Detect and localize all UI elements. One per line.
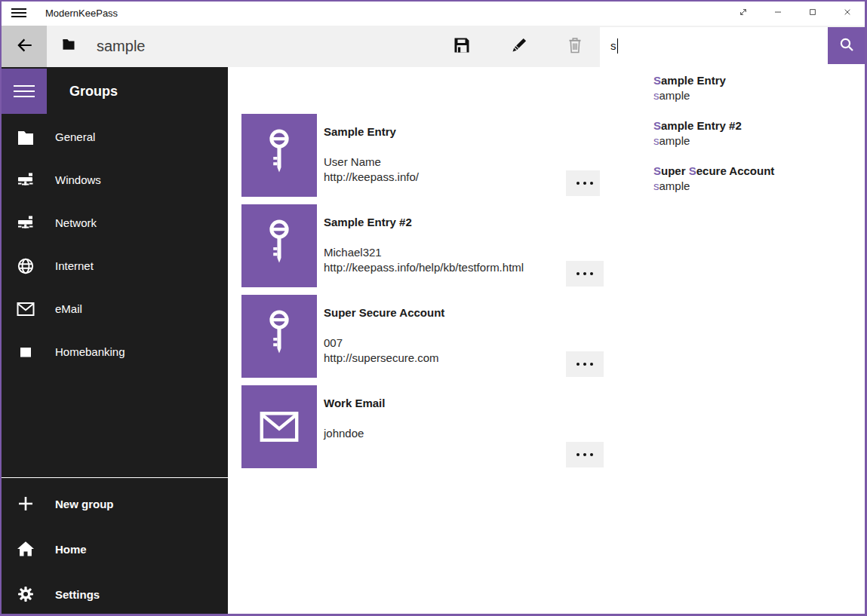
save-button[interactable] [450, 35, 473, 58]
sidebar-group-general[interactable]: General [2, 115, 228, 158]
suggestion-subtitle: sample [653, 88, 865, 103]
fullscreen-button[interactable] [726, 2, 761, 26]
globe-icon [15, 256, 36, 277]
save-icon [453, 36, 471, 57]
appbar: sample s [2, 26, 865, 67]
sidebar-item-label: Internet [55, 259, 94, 272]
gear-icon [15, 584, 36, 605]
window-controls [726, 2, 865, 26]
sidebar-action-settings[interactable]: Settings [2, 572, 228, 616]
sidebar-group-homebanking[interactable]: Homebanking [2, 330, 228, 373]
titlebar-hamburger-icon[interactable] [11, 8, 26, 19]
entry-details: User Namehttp://keepass.info/ [324, 155, 419, 185]
home-icon [15, 538, 36, 559]
sidebar-item-label: Network [55, 216, 97, 229]
sidebar: Groups General Windows Network Internet … [2, 67, 228, 614]
close-icon [841, 6, 853, 21]
ellipsis-icon [576, 453, 580, 456]
delete-button[interactable] [564, 35, 586, 58]
ellipsis-icon [576, 363, 580, 366]
entry-more-button[interactable] [566, 351, 604, 377]
sidebar-action-new-group[interactable]: New group [2, 481, 228, 526]
entry-title: Sample Entry #2 [324, 216, 412, 228]
sidebar-group-network[interactable]: Network [2, 201, 228, 244]
minimize-icon [772, 6, 784, 21]
window-title: ModernKeePass [45, 8, 118, 19]
sidebar-group-windows[interactable]: Windows [2, 158, 228, 201]
entry-title: Work Email [324, 397, 385, 409]
entry-tile [241, 114, 317, 197]
entry-details: Michael321http://keepass.info/help/kb/te… [324, 245, 524, 275]
entry-tile [241, 204, 317, 287]
entry-more-button[interactable] [566, 442, 604, 467]
search-suggestion[interactable]: Super Secure Account sample [600, 164, 865, 209]
search-icon [838, 35, 856, 57]
trash-icon [566, 36, 584, 57]
close-button[interactable] [830, 2, 865, 26]
sidebar-item-label: Windows [55, 173, 101, 186]
entry-title: Super Secure Account [324, 306, 444, 319]
pencil-icon [510, 36, 528, 57]
maximize-button[interactable] [795, 2, 830, 26]
sidebar-item-label: Home [55, 543, 87, 556]
edit-button[interactable] [508, 35, 530, 58]
entry-more-button[interactable] [566, 261, 604, 287]
plus-icon [15, 493, 36, 514]
ellipsis-icon [576, 272, 580, 275]
sidebar-item-label: New group [55, 498, 114, 510]
entry-tile [241, 385, 317, 468]
fullscreen-icon [737, 6, 749, 21]
ellipsis-icon [576, 182, 580, 185]
groups-header: Groups [69, 69, 118, 114]
nav-hamburger-button[interactable] [2, 69, 47, 114]
entry-title: Sample Entry [324, 125, 396, 138]
sidebar-group-internet[interactable]: Internet [2, 244, 228, 287]
computer-icon [15, 213, 36, 234]
sidebar-item-label: Homebanking [55, 345, 125, 358]
sidebar-action-home[interactable]: Home [2, 526, 228, 572]
search-suggestions-dropdown: Sample Entry sample Sample Entry #2 samp… [600, 64, 865, 224]
suggestion-title: Sample Entry #2 [653, 118, 865, 133]
sidebar-item-label: eMail [55, 302, 82, 315]
sidebar-item-label: Settings [55, 588, 100, 601]
suggestion-title: Sample Entry [653, 73, 865, 88]
app-window: ModernKeePass [0, 0, 867, 616]
suggestion-subtitle: sample [653, 179, 865, 194]
entry-row[interactable]: Super Secure Account 007http://supersecu… [241, 295, 834, 378]
folder-icon [15, 127, 36, 148]
sidebar-actions: New group Home Settings [2, 481, 228, 616]
database-icon [62, 38, 75, 50]
entry-more-button[interactable] [566, 170, 604, 196]
back-arrow-icon [14, 35, 34, 58]
entry-details: johndoe [324, 426, 364, 441]
search-suggestion[interactable]: Sample Entry #2 sample [600, 118, 865, 164]
text-caret [617, 38, 619, 54]
computer-icon [15, 170, 36, 191]
entry-details: 007http://supersecure.com [324, 336, 439, 366]
entry-row[interactable]: Work Email johndoe [241, 385, 834, 468]
group-list: General Windows Network Internet eMail H… [2, 115, 228, 373]
sidebar-group-email[interactable]: eMail [2, 287, 228, 330]
sidebar-separator [2, 477, 228, 478]
suggestion-subtitle: sample [653, 133, 865, 149]
search-input[interactable]: s [600, 27, 828, 64]
back-button[interactable] [2, 26, 47, 67]
search-button[interactable] [828, 27, 865, 64]
sidebar-item-label: General [55, 130, 95, 143]
database-title: sample [97, 26, 145, 67]
suggestion-title: Super Secure Account [653, 164, 865, 179]
mail-icon [15, 299, 36, 320]
square-icon [15, 342, 36, 363]
titlebar: ModernKeePass [2, 2, 865, 26]
search-suggestion[interactable]: Sample Entry sample [600, 73, 865, 118]
search-input-value: s [610, 39, 616, 52]
maximize-icon [807, 6, 819, 21]
entry-tile [241, 295, 317, 378]
minimize-button[interactable] [761, 2, 795, 26]
